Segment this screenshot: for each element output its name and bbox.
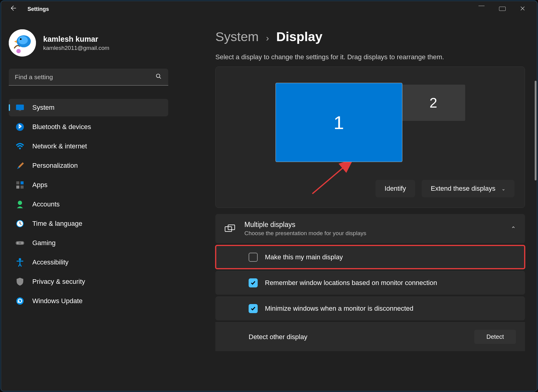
sidebar-item-label: Accounts [32, 200, 60, 208]
sidebar-item-label: Privacy & security [32, 278, 85, 286]
sidebar-item-time[interactable]: Time & language [9, 215, 168, 232]
monitor-1[interactable]: 1 [275, 83, 402, 162]
svg-rect-11 [21, 181, 24, 184]
brush-icon [15, 161, 24, 170]
sidebar-item-label: Gaming [32, 239, 56, 247]
detect-button[interactable]: Detect [474, 330, 516, 344]
bluetooth-icon [15, 122, 24, 131]
wifi-icon [15, 142, 24, 151]
sidebar-item-label: System [32, 104, 54, 112]
profile-block[interactable]: kamlesh kumar kamlesh2011@gmail.com [9, 29, 168, 57]
minimize-disconnected-checkbox[interactable] [249, 304, 258, 313]
search-wrap [9, 69, 168, 86]
scrollbar[interactable] [535, 81, 536, 180]
svg-point-3 [20, 38, 21, 40]
chevron-up-icon: ⌃ [511, 225, 516, 232]
svg-point-21 [16, 297, 24, 305]
monitor-arrangement-panel: 1 2 Identify Extend these displays ⌄ [215, 66, 525, 208]
multiple-displays-header[interactable]: Multiple displays Choose the presentatio… [215, 214, 525, 243]
detect-other-row: Detect other display Detect [215, 322, 525, 351]
gamepad-icon [15, 238, 24, 248]
svg-rect-13 [21, 186, 24, 189]
main-display-checkbox[interactable] [249, 253, 258, 262]
svg-point-4 [16, 49, 21, 53]
svg-point-2 [18, 36, 28, 44]
apps-icon [15, 180, 24, 190]
shield-icon [15, 277, 24, 286]
breadcrumb: System › Display [215, 29, 525, 44]
close-button[interactable] [517, 4, 528, 14]
sidebar-item-label: Time & language [32, 220, 82, 228]
extend-displays-dropdown[interactable]: Extend these displays ⌄ [422, 180, 514, 197]
detect-other-label: Detect other display [249, 333, 307, 341]
profile-email: kamlesh2011@gmail.com [43, 45, 109, 51]
sidebar-item-label: Network & internet [32, 142, 87, 150]
sidebar-item-label: Bluetooth & devices [32, 123, 91, 131]
sidebar-item-system[interactable]: System [9, 99, 168, 116]
main-display-row: Make this my main display [215, 245, 525, 269]
clock-icon [15, 219, 24, 228]
svg-rect-7 [19, 110, 21, 111]
page-title: Display [276, 29, 322, 44]
sidebar-item-label: Apps [32, 181, 47, 189]
profile-name: kamlesh kumar [43, 35, 109, 44]
multiple-displays-card: Multiple displays Choose the presentatio… [215, 214, 525, 243]
multiple-displays-icon [224, 223, 235, 234]
remember-locations-checkbox[interactable] [249, 278, 258, 287]
svg-point-14 [18, 201, 22, 205]
accessibility-icon [15, 258, 24, 267]
chevron-down-icon: ⌄ [501, 186, 505, 192]
sidebar-item-network[interactable]: Network & internet [9, 138, 168, 155]
update-icon [15, 296, 24, 306]
minimize-disconnected-row: Minimize windows when a monitor is disco… [215, 296, 525, 320]
window-controls [475, 4, 531, 14]
avatar [9, 29, 36, 57]
identify-button[interactable]: Identify [375, 180, 415, 197]
search-icon [156, 73, 162, 81]
sidebar-item-personalization[interactable]: Personalization [9, 157, 168, 174]
svg-point-19 [21, 242, 23, 244]
maximize-button[interactable] [496, 4, 509, 14]
svg-rect-17 [16, 241, 24, 245]
sidebar-item-apps[interactable]: Apps [9, 176, 168, 194]
person-icon [15, 200, 24, 209]
sidebar-item-bluetooth[interactable]: Bluetooth & devices [9, 118, 168, 136]
nav-list: System Bluetooth & devices Network & int… [9, 99, 168, 310]
sidebar-item-label: Personalization [32, 162, 78, 170]
back-button[interactable] [7, 2, 19, 16]
chevron-right-icon: › [266, 33, 269, 43]
sidebar-item-accounts[interactable]: Accounts [9, 196, 168, 213]
remember-locations-label: Remember window locations based on monit… [265, 279, 437, 287]
sidebar-item-update[interactable]: Windows Update [9, 292, 168, 310]
main-display-label: Make this my main display [265, 253, 343, 261]
svg-point-20 [19, 258, 21, 261]
search-input[interactable] [9, 69, 168, 86]
app-title: Settings [27, 6, 49, 12]
sidebar-item-accessibility[interactable]: Accessibility [9, 254, 168, 271]
sidebar-item-gaming[interactable]: Gaming [9, 234, 168, 252]
card-subtitle: Choose the presentation mode for your di… [244, 230, 502, 237]
sidebar-item-privacy[interactable]: Privacy & security [9, 273, 168, 290]
svg-rect-12 [16, 186, 19, 189]
svg-rect-10 [16, 181, 19, 184]
svg-point-5 [156, 74, 160, 78]
display-help-text: Select a display to change the settings … [215, 53, 525, 61]
titlebar: Settings [1, 1, 537, 17]
sidebar-item-label: Accessibility [32, 258, 69, 266]
svg-point-9 [19, 147, 21, 149]
main-content: System › Display Select a display to cha… [176, 17, 537, 391]
card-title: Multiple displays [244, 221, 502, 229]
minimize-disconnected-label: Minimize windows when a monitor is disco… [265, 305, 414, 313]
settings-window: Settings [1, 1, 537, 391]
svg-rect-6 [16, 105, 24, 110]
monitor-2[interactable]: 2 [402, 85, 465, 121]
sidebar-item-label: Windows Update [32, 297, 82, 305]
system-icon [15, 103, 24, 112]
sidebar: kamlesh kumar kamlesh2011@gmail.com Syst… [1, 17, 176, 391]
minimize-button[interactable] [475, 4, 488, 14]
breadcrumb-parent[interactable]: System [215, 29, 259, 44]
remember-locations-row: Remember window locations based on monit… [215, 271, 525, 295]
svg-point-18 [17, 242, 18, 244]
